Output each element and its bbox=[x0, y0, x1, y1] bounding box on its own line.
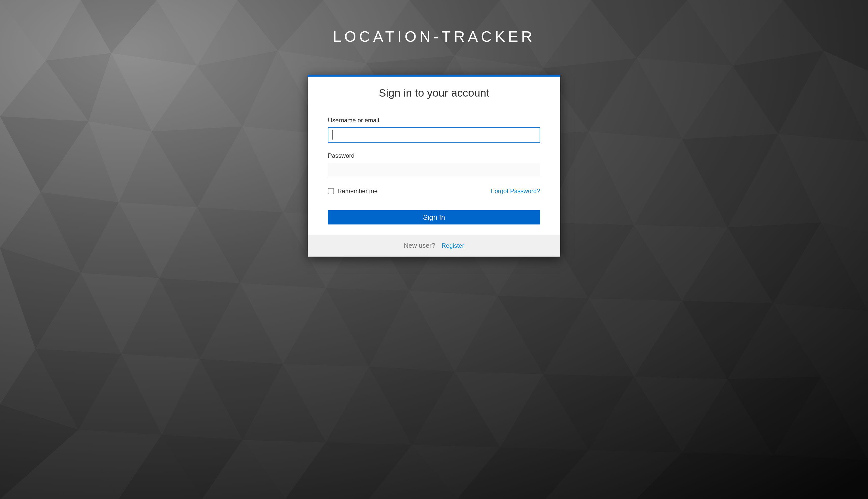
svg-marker-49 bbox=[498, 296, 589, 374]
svg-marker-75 bbox=[119, 435, 202, 499]
svg-marker-65 bbox=[78, 430, 162, 499]
card-body: Sign in to your account Username or emai… bbox=[308, 76, 560, 234]
svg-marker-52 bbox=[773, 303, 868, 384]
svg-marker-68 bbox=[326, 442, 412, 499]
svg-marker-71 bbox=[589, 450, 682, 499]
svg-marker-54 bbox=[35, 349, 121, 430]
app-title: LOCATION-TRACKER bbox=[333, 28, 535, 45]
svg-marker-57 bbox=[283, 364, 369, 442]
svg-marker-74 bbox=[0, 430, 119, 499]
svg-marker-66 bbox=[162, 435, 242, 499]
svg-marker-51 bbox=[682, 301, 773, 379]
forgot-password-link[interactable]: Forgot Password? bbox=[491, 187, 540, 195]
signin-button[interactable]: Sign In bbox=[328, 210, 540, 224]
svg-marker-60 bbox=[543, 374, 634, 450]
svg-marker-73 bbox=[728, 455, 868, 499]
svg-marker-48 bbox=[409, 291, 498, 372]
password-input[interactable] bbox=[328, 163, 540, 178]
svg-marker-64 bbox=[0, 404, 78, 499]
card-heading: Sign in to your account bbox=[328, 87, 540, 99]
svg-marker-58 bbox=[369, 367, 455, 445]
signin-card: Sign in to your account Username or emai… bbox=[308, 75, 560, 257]
options-row: Remember me Forgot Password? bbox=[328, 187, 540, 195]
svg-marker-81 bbox=[637, 452, 728, 499]
password-label: Password bbox=[328, 152, 540, 159]
svg-marker-47 bbox=[326, 288, 409, 367]
remember-wrap: Remember me bbox=[328, 187, 378, 195]
svg-marker-79 bbox=[457, 448, 546, 499]
svg-marker-55 bbox=[121, 354, 200, 435]
svg-marker-69 bbox=[412, 445, 500, 499]
svg-marker-46 bbox=[240, 283, 326, 364]
svg-marker-70 bbox=[500, 448, 589, 499]
username-label: Username or email bbox=[328, 117, 540, 124]
svg-marker-76 bbox=[202, 440, 286, 499]
remember-label: Remember me bbox=[338, 187, 378, 195]
text-caret bbox=[332, 130, 333, 139]
register-link[interactable]: Register bbox=[442, 242, 464, 249]
svg-marker-62 bbox=[728, 377, 821, 455]
remember-checkbox[interactable] bbox=[328, 188, 334, 194]
username-group: Username or email bbox=[328, 117, 540, 143]
svg-marker-50 bbox=[589, 298, 682, 377]
svg-marker-72 bbox=[682, 452, 773, 499]
svg-marker-44 bbox=[81, 273, 159, 354]
password-group: Password bbox=[328, 152, 540, 178]
card-footer: New user? Register bbox=[308, 234, 560, 257]
page-container: LOCATION-TRACKER Sign in to your account… bbox=[0, 0, 868, 257]
svg-marker-43 bbox=[0, 248, 81, 349]
svg-marker-78 bbox=[369, 445, 457, 499]
svg-marker-53 bbox=[0, 248, 35, 404]
svg-marker-59 bbox=[455, 372, 543, 448]
svg-marker-45 bbox=[159, 278, 240, 359]
svg-marker-67 bbox=[242, 440, 326, 499]
username-input[interactable] bbox=[328, 127, 540, 143]
svg-marker-80 bbox=[546, 450, 637, 499]
svg-marker-77 bbox=[286, 442, 369, 499]
svg-marker-56 bbox=[200, 359, 283, 440]
svg-marker-63 bbox=[821, 377, 868, 460]
svg-marker-61 bbox=[634, 377, 728, 452]
new-user-text: New user? bbox=[404, 242, 435, 249]
